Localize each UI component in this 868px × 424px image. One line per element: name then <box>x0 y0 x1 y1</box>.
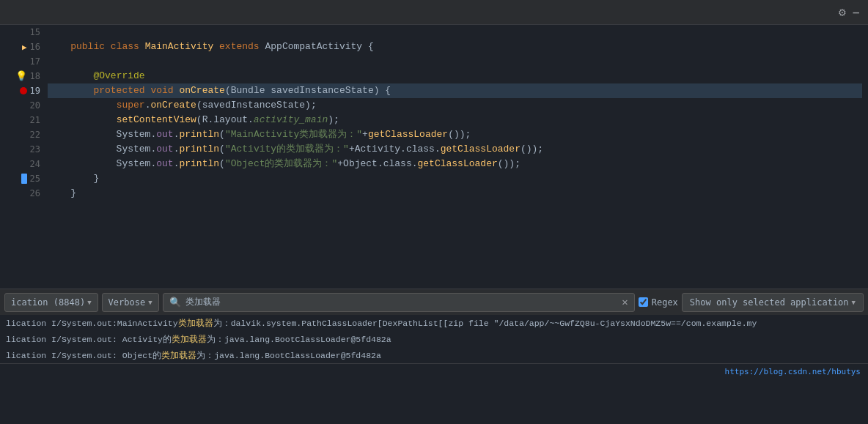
line-num-16: 16 <box>30 42 40 52</box>
scrollbar-area <box>862 25 868 289</box>
code-line-22: System.out.println("MainActivity类加载器为："+… <box>48 127 862 142</box>
code-line-19: protected void onCreate(Bundle savedInst… <box>48 83 862 98</box>
code-line-16: public class MainActivity extends AppCom… <box>48 40 862 54</box>
line-num-20: 20 <box>30 100 40 111</box>
code-line-25: } <box>48 171 862 186</box>
search-magnify-icon: 🔍 <box>169 297 181 308</box>
line-number: 22 <box>0 127 48 142</box>
line-number: 20 <box>0 98 48 113</box>
line-number: 24 <box>0 157 48 171</box>
verbose-arrow: ▼ <box>148 299 152 306</box>
code-line-23: System.out.println("Activity的类加载器为："+Act… <box>48 142 862 157</box>
line-num-24: 24 <box>30 159 40 169</box>
verbose-selector[interactable]: Verbose ▼ <box>102 293 159 312</box>
search-input[interactable] <box>185 297 618 308</box>
line-num-23: 23 <box>30 144 40 155</box>
line-number: 15 <box>0 25 48 40</box>
search-clear-button[interactable]: ✕ <box>622 296 628 308</box>
show-selected-label: Show only selected application <box>690 297 849 308</box>
line-numbers-gutter: 15 ▶ 16 17 💡 18 19 20 <box>0 25 48 289</box>
line-num-17: 17 <box>30 56 40 67</box>
app-selector[interactable]: ication (8848) ▼ <box>4 293 98 312</box>
line-num-26: 26 <box>30 188 40 198</box>
code-line-24: System.out.println("Object的类加载器为："+Objec… <box>48 157 862 171</box>
verbose-label: Verbose <box>108 297 146 308</box>
code-line-20: super.onCreate(savedInstanceState); <box>48 98 862 113</box>
line-num-15: 15 <box>30 27 40 37</box>
app-container: ⚙ — 15 ▶ 16 17 💡 18 <box>0 0 868 424</box>
line-number: 21 <box>0 113 48 127</box>
warning-icon: 💡 <box>15 70 27 82</box>
top-toolbar: ⚙ — <box>0 0 868 25</box>
app-selector-arrow: ▼ <box>87 299 91 306</box>
breakpoint-icon[interactable] <box>20 87 27 94</box>
code-line-17 <box>48 54 862 69</box>
regex-text: Regex <box>652 297 678 308</box>
log-line-1: lication I/System.out: MainActivity类加载器为… <box>0 315 868 331</box>
log-area: lication I/System.out: MainActivity类加载器为… <box>0 315 868 363</box>
line-number: ▶ 16 <box>0 40 48 54</box>
filter-row: ication (8848) ▼ Verbose ▼ 🔍 ✕ Regex Sho… <box>0 289 868 315</box>
regex-checkbox[interactable] <box>639 297 648 307</box>
code-line-18: @Override <box>48 69 862 83</box>
line-number: 25 <box>0 171 48 186</box>
log-line-2: lication I/System.out: Activity的类加载器为：ja… <box>0 331 868 347</box>
line-num-25: 25 <box>30 174 40 184</box>
status-link[interactable]: https://blog.csdn.net/hbutys <box>725 367 861 376</box>
line-num-18: 18 <box>30 71 40 81</box>
line-num-21: 21 <box>30 115 40 125</box>
editor-area: 15 ▶ 16 17 💡 18 19 20 <box>0 25 868 289</box>
line-number: 💡 18 <box>0 69 48 83</box>
status-bar: https://blog.csdn.net/hbutys <box>0 363 868 379</box>
line-number: 26 <box>0 186 48 201</box>
line-number: 17 <box>0 54 48 69</box>
bookmark-icon <box>21 174 27 184</box>
code-line-26: } <box>48 186 862 201</box>
code-content[interactable]: public class MainActivity extends AppCom… <box>48 25 862 289</box>
search-container[interactable]: 🔍 ✕ <box>163 293 635 312</box>
show-selected-arrow: ▼ <box>852 299 856 306</box>
line-num-22: 22 <box>30 130 40 140</box>
line-num-19: 19 <box>30 86 40 96</box>
line-number: 23 <box>0 142 48 157</box>
settings-icon[interactable]: ⚙ <box>839 5 846 20</box>
line-number: 19 <box>0 83 48 98</box>
code-line-15 <box>48 25 862 40</box>
minimize-icon[interactable]: — <box>853 7 859 18</box>
log-line-3: lication I/System.out: Object的类加载器为：java… <box>0 347 868 363</box>
regex-label[interactable]: Regex <box>639 297 678 308</box>
app-selector-label: ication (8848) <box>11 297 85 308</box>
code-line-21: setContentView(R.layout.activity_main); <box>48 113 862 127</box>
show-selected-button[interactable]: Show only selected application ▼ <box>682 293 864 312</box>
exec-icon: ▶ <box>22 42 27 52</box>
